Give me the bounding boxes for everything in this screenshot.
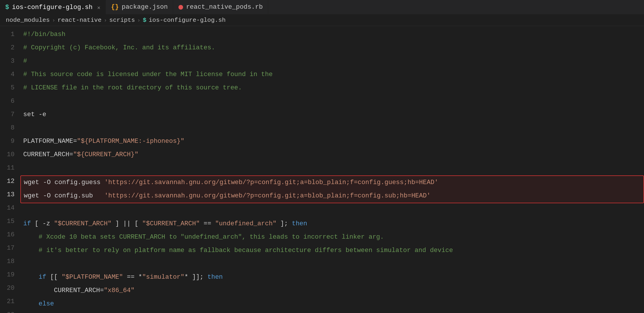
line-3: # xyxy=(23,55,644,68)
line-15-var2: "$CURRENT_ARCH" xyxy=(142,217,200,231)
line-15-then: then xyxy=(292,217,307,231)
tab-package-json[interactable]: {} package.json xyxy=(106,0,173,14)
line-1-text: #!/bin/bash xyxy=(23,28,65,41)
ruby-icon xyxy=(178,5,183,10)
line-19-star: * ]]; xyxy=(185,271,207,284)
line-num-5: 5 xyxy=(3,81,15,95)
line-19-then: then xyxy=(207,271,223,284)
line-9-string: "${PLATFORM_NAME:-iphoneos}" xyxy=(77,135,185,148)
tab-react-native-label: react_native_pods.rb xyxy=(186,3,263,11)
line-9-varname: PLATFORM_NAME= xyxy=(23,135,77,148)
line-17: # it's better to rely on platform name a… xyxy=(23,244,644,257)
line-20-indent: CURRENT_ARCH= xyxy=(23,284,104,297)
line-num-3: 3 xyxy=(3,55,15,68)
line-11 xyxy=(23,161,644,175)
line-3-text: # xyxy=(23,55,27,68)
line-4-text: # This source code is licensed under the… xyxy=(23,68,273,81)
line-num-12: 12 xyxy=(3,175,15,188)
breadcrumb: node_modules › react-native › scripts › … xyxy=(0,15,644,26)
tab-react-native-pods[interactable]: react_native_pods.rb xyxy=(173,0,268,14)
line-15-bracket1: [ -z xyxy=(31,217,54,231)
line-13-url: 'https://git.savannah.gnu.org/gitweb/?p=… xyxy=(104,189,430,203)
line-12-wget: wget -O config.guess xyxy=(24,176,104,189)
line-num-8: 8 xyxy=(3,121,15,135)
line-15-close: ]; xyxy=(276,217,292,231)
line-7: set -e xyxy=(23,108,644,121)
line-7-text: set -e xyxy=(23,108,46,121)
line-num-15: 15 xyxy=(3,215,15,228)
line-16-indent xyxy=(23,231,39,244)
line-2: # Copyright (c) Facebook, Inc. and its a… xyxy=(23,41,644,55)
line-num-22: 22 xyxy=(3,308,15,313)
line-num-2: 2 xyxy=(3,41,15,55)
line-22-val: "arm64" xyxy=(104,311,130,313)
breadcrumb-dollar-icon: $ xyxy=(143,17,146,24)
dollar-icon: $ xyxy=(5,4,9,11)
line-21-indent xyxy=(23,297,39,311)
line-num-6: 6 xyxy=(3,95,15,108)
line-num-4: 4 xyxy=(3,68,15,81)
line-22: CURRENT_ARCH= "arm64" xyxy=(23,311,644,313)
line-17-comment: # it's better to rely on platform name a… xyxy=(39,244,453,257)
line-19: if [[ "$PLATFORM_NAME" == * "simulator" … xyxy=(23,271,644,284)
line-10-varname: CURRENT_ARCH= xyxy=(23,148,73,161)
tab-close-icon[interactable]: ✕ xyxy=(97,4,100,11)
line-17-indent xyxy=(23,244,39,257)
line-12: wget -O config.guess 'https://git.savann… xyxy=(24,176,641,189)
line-19-sim: "simulator" xyxy=(142,271,184,284)
line-num-10: 10 xyxy=(3,148,15,161)
line-num-21: 21 xyxy=(3,295,15,308)
line-13-wget: wget -O config.sub xyxy=(24,189,104,203)
line-19-bracket: [[ xyxy=(46,271,62,284)
line-21: else xyxy=(23,297,644,311)
highlighted-block: wget -O config.guess 'https://git.savann… xyxy=(20,175,644,203)
line-12-url: 'https://git.savannah.gnu.org/gitweb/?p=… xyxy=(104,176,438,189)
code-content: #!/bin/bash # Copyright (c) Facebook, In… xyxy=(20,26,644,313)
editor-container: $ ios-configure-glog.sh ✕ {} package.jso… xyxy=(0,0,644,313)
line-15-eq: == xyxy=(200,217,215,231)
code-area: 1 2 3 4 5 6 7 8 9 10 11 12 13 14 15 16 1… xyxy=(0,26,644,313)
breadcrumb-sep-1: › xyxy=(52,17,55,23)
line-19-if: if xyxy=(39,271,46,284)
breadcrumb-sep-2: › xyxy=(104,17,107,23)
line-num-19: 19 xyxy=(3,268,15,282)
braces-icon: {} xyxy=(111,3,119,11)
line-5-text: # LICENSE file in the root directory of … xyxy=(23,81,242,95)
line-num-7: 7 xyxy=(3,108,15,121)
line-13: wget -O config.sub 'https://git.savannah… xyxy=(24,189,641,203)
tab-ios-configure-glog[interactable]: $ ios-configure-glog.sh ✕ xyxy=(0,0,106,14)
tab-ios-label: ios-configure-glog.sh xyxy=(12,4,92,11)
line-6 xyxy=(23,95,644,108)
line-20-val: "x86_64" xyxy=(104,284,135,297)
line-4: # This source code is licensed under the… xyxy=(23,68,644,81)
line-19-eq: == * xyxy=(123,271,142,284)
line-9: PLATFORM_NAME="${PLATFORM_NAME:-iphoneos… xyxy=(23,135,644,148)
line-15-undef: "undefined_arch" xyxy=(215,217,276,231)
breadcrumb-scripts: scripts xyxy=(109,17,135,24)
line-num-18: 18 xyxy=(3,255,15,268)
line-15: if [ -z "$CURRENT_ARCH" ] || [ "$CURRENT… xyxy=(23,217,644,231)
line-15-var1: "$CURRENT_ARCH" xyxy=(54,217,112,231)
line-15-if: if xyxy=(23,217,31,231)
breadcrumb-filename: ios-configure-glog.sh xyxy=(149,17,226,24)
line-10-string: "${CURRENT_ARCH}" xyxy=(73,148,138,161)
line-19-var: "$PLATFORM_NAME" xyxy=(62,271,123,284)
line-19-indent xyxy=(23,271,39,284)
line-num-9: 9 xyxy=(3,135,15,148)
line-1: #!/bin/bash xyxy=(23,28,644,41)
line-num-17: 17 xyxy=(3,242,15,255)
line-20: CURRENT_ARCH= "x86_64" xyxy=(23,284,644,297)
line-18 xyxy=(23,257,644,271)
line-numbers: 1 2 3 4 5 6 7 8 9 10 11 12 13 14 15 16 1… xyxy=(0,26,20,313)
line-5: # LICENSE file in the root directory of … xyxy=(23,81,644,95)
line-16-comment: # Xcode 10 beta sets CURRENT_ARCH to "un… xyxy=(39,231,384,244)
line-num-13: 13 xyxy=(3,188,15,202)
line-2-text: # Copyright (c) Facebook, Inc. and its a… xyxy=(23,41,215,55)
line-14 xyxy=(23,204,644,217)
line-10: CURRENT_ARCH="${CURRENT_ARCH}" xyxy=(23,148,644,161)
line-num-20: 20 xyxy=(3,282,15,295)
line-num-11: 11 xyxy=(3,161,15,175)
breadcrumb-node-modules: node_modules xyxy=(6,17,50,24)
line-16: # Xcode 10 beta sets CURRENT_ARCH to "un… xyxy=(23,231,644,244)
line-22-indent: CURRENT_ARCH= xyxy=(23,311,104,313)
